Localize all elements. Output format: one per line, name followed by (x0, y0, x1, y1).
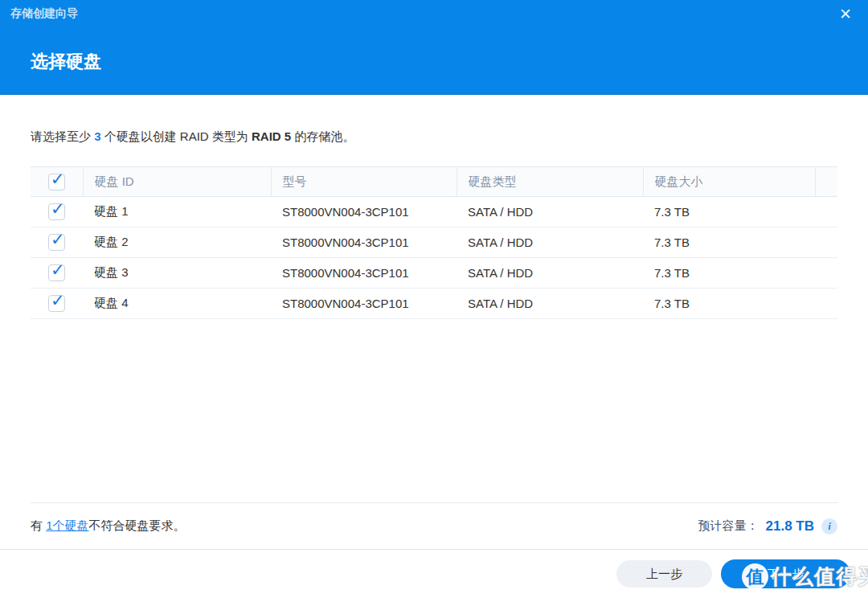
check-icon: ✓ (51, 200, 65, 217)
disk-1-checkbox[interactable]: ✓ (48, 203, 65, 220)
spacer-cell (815, 227, 837, 258)
estimated-capacity: 预计容量： 21.8 TB i (698, 518, 837, 535)
disk-id-cell: 硬盘 1 (83, 197, 271, 227)
next-step-button[interactable]: 下一步 (721, 559, 850, 588)
instruction-prefix: 请选择至少 (31, 129, 94, 143)
check-icon: ✓ (51, 292, 65, 309)
unqualified-disk-link[interactable]: 1个硬盘 (46, 518, 88, 532)
table-header-row: ✓ 硬盘 ID 型号 硬盘类型 硬盘大小 (31, 167, 837, 197)
capacity-label: 预计容量： (698, 518, 759, 534)
disk-model-cell: ST8000VN004-3CP101 (271, 227, 457, 258)
spacer-cell (815, 258, 837, 289)
check-icon: ✓ (51, 261, 65, 278)
disk-type-cell: SATA / HDD (457, 197, 643, 227)
disk-size-cell: 7.3 TB (643, 258, 815, 289)
disk-size-cell: 7.3 TB (643, 197, 815, 227)
warning-suffix: 不符合硬盘要求。 (89, 518, 186, 532)
disk-2-checkbox[interactable]: ✓ (48, 234, 65, 251)
min-disk-count: 3 (94, 129, 100, 143)
disk-model-cell: ST8000VN004-3CP101 (271, 289, 457, 319)
check-icon: ✓ (51, 231, 65, 248)
disk-row-3[interactable]: ✓ 硬盘 3 ST8000VN004-3CP101 SATA / HDD 7.3… (31, 258, 837, 289)
storage-creation-wizard-dialog: 存储创建向导 ✕ 选择硬盘 请选择至少 3 个硬盘以创建 RAID 类型为 RA… (0, 0, 868, 598)
disk-size-cell: 7.3 TB (643, 227, 815, 258)
column-header-disk-type[interactable]: 硬盘类型 (457, 167, 643, 197)
disk-row-4[interactable]: ✓ 硬盘 4 ST8000VN004-3CP101 SATA / HDD 7.3… (31, 289, 837, 319)
disk-type-cell: SATA / HDD (457, 289, 643, 319)
footer-info: 有 1个硬盘不符合硬盘要求。 预计容量： 21.8 TB i (31, 502, 837, 549)
disk-type-cell: SATA / HDD (457, 258, 643, 289)
disk-id-cell: 硬盘 3 (83, 258, 271, 289)
instruction-suffix: 的存储池。 (291, 129, 354, 143)
previous-step-button[interactable]: 上一步 (616, 560, 712, 588)
page-title: 选择硬盘 (31, 50, 101, 74)
capacity-value: 21.8 TB (766, 518, 814, 535)
button-bar: 上一步 下一步 (0, 549, 868, 598)
column-header-disk-id[interactable]: 硬盘 ID (83, 167, 271, 197)
instruction-text: 请选择至少 3 个硬盘以创建 RAID 类型为 RAID 5 的存储池。 (31, 129, 354, 145)
info-icon[interactable]: i (821, 518, 837, 535)
disk-row-1[interactable]: ✓ 硬盘 1 ST8000VN004-3CP101 SATA / HDD 7.3… (31, 197, 837, 227)
column-header-disk-size[interactable]: 硬盘大小 (643, 167, 815, 197)
disk-size-cell: 7.3 TB (643, 289, 815, 319)
disk-model-cell: ST8000VN004-3CP101 (271, 258, 457, 289)
spacer-cell (815, 289, 837, 319)
column-header-spacer (815, 167, 837, 197)
disk-type-cell: SATA / HDD (457, 227, 643, 258)
instruction-middle: 个硬盘以创建 RAID 类型为 (101, 129, 252, 143)
disk-id-cell: 硬盘 2 (83, 227, 271, 258)
check-icon: ✓ (51, 170, 65, 187)
select-all-checkbox[interactable]: ✓ (48, 174, 65, 190)
dialog-titlebar: 存储创建向导 ✕ 选择硬盘 (0, 0, 868, 95)
disk-id-cell: 硬盘 4 (83, 289, 271, 319)
disk-4-checkbox[interactable]: ✓ (48, 295, 65, 312)
disk-row-2[interactable]: ✓ 硬盘 2 ST8000VN004-3CP101 SATA / HDD 7.3… (31, 227, 837, 258)
disk-model-cell: ST8000VN004-3CP101 (271, 197, 457, 227)
disk-warning-text: 有 1个硬盘不符合硬盘要求。 (31, 518, 186, 534)
close-icon[interactable]: ✕ (839, 4, 852, 26)
window-title: 存储创建向导 (10, 6, 78, 21)
spacer-cell (815, 197, 837, 227)
raid-type-label: RAID 5 (252, 129, 291, 143)
warning-prefix: 有 (31, 518, 46, 532)
column-header-model[interactable]: 型号 (271, 167, 457, 197)
disk-3-checkbox[interactable]: ✓ (48, 264, 65, 281)
disk-table: ✓ 硬盘 ID 型号 硬盘类型 硬盘大小 ✓ 硬盘 1 ST8000VN004-… (31, 166, 837, 319)
